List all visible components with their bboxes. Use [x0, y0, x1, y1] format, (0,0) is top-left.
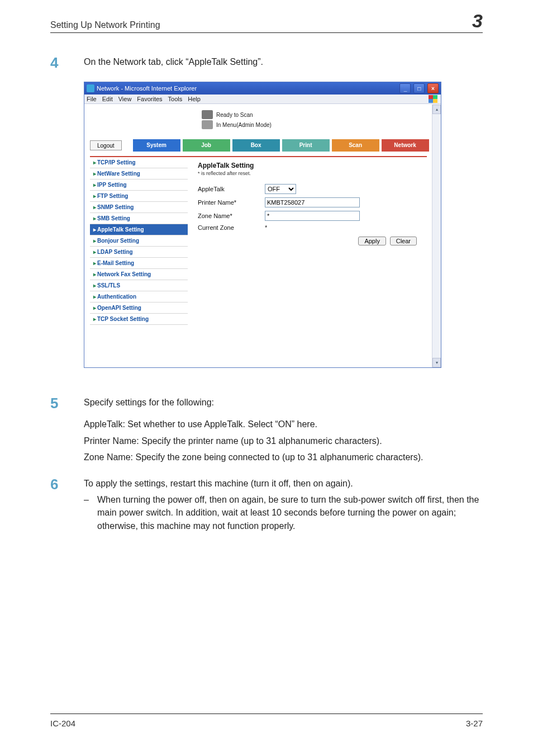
- footer-model: IC-204: [50, 719, 75, 728]
- sidemenu-ftp[interactable]: ▸FTP Setting: [90, 191, 188, 202]
- network-side-menu: ▸TCP/IP Setting ▸NetWare Setting ▸IPP Se…: [90, 157, 188, 325]
- main-heading: AppleTalk Setting: [198, 162, 427, 169]
- window-title: Network - Microsoft Internet Explorer: [97, 85, 197, 92]
- vertical-scrollbar[interactable]: ▴ ▾: [432, 105, 441, 367]
- menu-favorites[interactable]: Favorites: [137, 96, 162, 102]
- input-printer-name[interactable]: [265, 197, 360, 207]
- sidemenu-networkfax[interactable]: ▸Network Fax Setting: [90, 269, 188, 280]
- sidemenu-auth[interactable]: ▸Authentication: [90, 291, 188, 303]
- tab-scan[interactable]: Scan: [332, 139, 379, 152]
- chapter-number: 3: [472, 11, 483, 30]
- clear-button[interactable]: Clear: [390, 237, 417, 245]
- tab-network[interactable]: Network: [382, 139, 429, 152]
- sidemenu-smb[interactable]: ▸SMB Setting: [90, 213, 188, 224]
- windows-flag-icon: [429, 95, 437, 103]
- logout-button[interactable]: Logout: [90, 140, 122, 150]
- step-5-lead: Specify settings for the following:: [84, 396, 423, 409]
- menu-edit[interactable]: Edit: [102, 96, 113, 102]
- select-appletalk[interactable]: OFF: [265, 184, 296, 194]
- label-current-zone: Current Zone: [198, 224, 265, 231]
- sidemenu-ssltls[interactable]: ▸SSL/TLS: [90, 280, 188, 291]
- footer-pagenum: 3-27: [466, 719, 483, 728]
- label-zone-name: Zone Name*: [198, 212, 265, 219]
- value-current-zone: *: [265, 224, 267, 231]
- sidemenu-bonjour[interactable]: ▸Bonjour Setting: [90, 235, 188, 247]
- sidemenu-ldap[interactable]: ▸LDAP Setting: [90, 247, 188, 258]
- maximize-button[interactable]: □: [413, 83, 425, 93]
- mode-icon: [202, 120, 213, 129]
- sidemenu-tcpsocket[interactable]: ▸TCP Socket Setting: [90, 314, 188, 325]
- device-icon: [202, 110, 213, 119]
- menu-bar: File Edit View Favorites Tools Help: [84, 94, 441, 104]
- menu-view[interactable]: View: [118, 96, 132, 102]
- sidemenu-email[interactable]: ▸E-Mail Setting: [90, 258, 188, 269]
- step-5-p2: Printer Name: Specify the printer name (…: [84, 434, 423, 447]
- step-5-p3: Zone Name: Specify the zone being connec…: [84, 451, 423, 464]
- device-status-2: In Menu(Admin Mode): [216, 122, 272, 128]
- menu-tools[interactable]: Tools: [168, 96, 183, 102]
- scroll-up-arrow-icon[interactable]: ▴: [432, 105, 441, 114]
- step-6-number: 6: [50, 477, 84, 492]
- tab-box[interactable]: Box: [232, 139, 280, 152]
- label-appletalk: AppleTalk: [198, 186, 265, 192]
- minimize-button[interactable]: _: [399, 83, 411, 93]
- browser-window: Network - Microsoft Internet Explorer _ …: [84, 82, 441, 368]
- sidemenu-netware[interactable]: ▸NetWare Setting: [90, 168, 188, 179]
- step-5-number: 5: [50, 396, 84, 410]
- reset-note: * is reflected after reset.: [198, 171, 427, 176]
- window-titlebar: Network - Microsoft Internet Explorer _ …: [84, 82, 441, 94]
- tab-job[interactable]: Job: [183, 139, 230, 152]
- sidemenu-appletalk[interactable]: ▸AppleTalk Setting: [90, 224, 188, 235]
- scroll-down-arrow-icon[interactable]: ▾: [432, 358, 441, 367]
- step-4-number: 4: [50, 55, 84, 70]
- running-section-title: Setting Up Network Printing: [50, 20, 160, 30]
- step-5-p1: AppleTalk: Set whether to use AppleTalk.…: [84, 418, 423, 431]
- tab-system[interactable]: System: [133, 139, 180, 152]
- sidemenu-openapi[interactable]: ▸OpenAPI Setting: [90, 303, 188, 314]
- close-button[interactable]: ×: [427, 83, 439, 93]
- step-4-text: On the Network tab, click “AppleTalk Set…: [84, 55, 263, 68]
- device-status-1: Ready to Scan: [216, 112, 253, 118]
- sidemenu-tcpip[interactable]: ▸TCP/IP Setting: [90, 157, 188, 168]
- step-6-bullet-1: When turning the power off, then on agai…: [97, 493, 483, 532]
- menu-help[interactable]: Help: [188, 96, 201, 102]
- menu-file[interactable]: File: [87, 96, 97, 102]
- bullet-dash: –: [84, 493, 97, 532]
- sidemenu-ipp[interactable]: ▸IPP Setting: [90, 179, 188, 191]
- tab-print[interactable]: Print: [282, 139, 330, 152]
- apply-button[interactable]: Apply: [358, 237, 386, 245]
- ie-icon: [87, 84, 94, 92]
- sidemenu-snmp[interactable]: ▸SNMP Setting: [90, 202, 188, 213]
- input-zone-name[interactable]: [265, 211, 360, 221]
- label-printer-name: Printer Name*: [198, 199, 265, 206]
- step-6-lead: To apply the settings, restart this mach…: [84, 477, 483, 490]
